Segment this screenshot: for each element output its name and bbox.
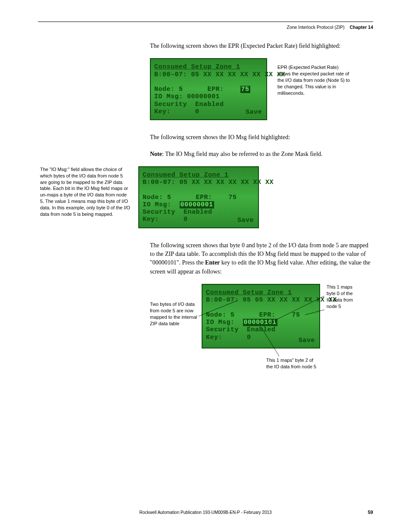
lcd-iomsg-value-highlighted: 00000001: [180, 201, 214, 208]
footer-publication: Rockwell Automation Publication 193-UM00…: [139, 510, 271, 515]
lcd-node-value: 5: [230, 311, 235, 319]
lcd-security-label: Security: [154, 101, 187, 108]
lcd-node-value: 5: [167, 194, 171, 201]
lcd-screen-2: Consumed Setup Zone 1 B:00-07: 05 XX XX …: [138, 166, 259, 228]
lcd-screen-1: Consumed Setup Zone 1 B:00-07: 05 XX XX …: [150, 58, 267, 120]
lcd-epr-label: EPR:: [196, 194, 212, 201]
lcd-save-label: Save: [299, 337, 315, 344]
figure-iomsg: The "IO Msg:" field allows the choice of…: [40, 166, 373, 228]
lcd-node-value: 5: [179, 86, 183, 93]
callout-epr: EPR (Expected Packet Rate) allows the ex…: [277, 64, 353, 96]
lcd-epr-value: 75: [292, 311, 300, 319]
note-label: Note: [150, 151, 162, 157]
figure-mapped: Two bytes of I/O data from node 5 are no…: [150, 284, 373, 396]
lcd-epr-label: EPR:: [208, 86, 224, 93]
lcd-key-value: 0: [195, 108, 199, 115]
lcd-title: Consumed Setup Zone 1: [154, 63, 263, 71]
lcd-security-value: Enabled: [184, 208, 212, 216]
p3-enter: Enter: [205, 259, 220, 266]
lcd-iomsg-label: IO Msg:: [143, 201, 171, 208]
lcd-key-value: 0: [247, 334, 251, 341]
lcd-byte-row: B:00-07: 05 XX XX XX XX XX XX XX: [154, 71, 263, 78]
lcd-key-value: 0: [184, 216, 188, 223]
lcd-iomsg-label: IO Msg:: [206, 319, 235, 326]
lcd-epr-value-highlighted: 75: [240, 86, 250, 93]
lcd-security-label: Security: [143, 208, 175, 216]
figure-epr: Consumed Setup Zone 1 B:00-07: 05 XX XX …: [150, 58, 373, 120]
paragraph-epr-intro: The following screen shows the EPR (Expe…: [150, 42, 373, 50]
lcd-title: Consumed Setup Zone 1: [206, 289, 316, 296]
lcd-node-label: Node:: [206, 311, 227, 319]
lcd-node-label: Node:: [143, 194, 163, 201]
lcd-security-value: Enabled: [195, 101, 224, 108]
lcd-epr-value: 75: [229, 194, 237, 201]
header-section: Zone Interlock Protocol (ZIP): [287, 25, 345, 30]
lcd-iomsg-label: IO Msg:: [154, 93, 183, 100]
lcd-save-label: Save: [246, 109, 262, 116]
lcd-key-label: Key:: [206, 334, 222, 341]
lcd-iomsg-value-highlighted: 00000101: [243, 319, 277, 326]
note-text: : The IO Msg field may also be referred …: [162, 151, 323, 157]
paragraph-mapping: The following screen shows that byte 0 a…: [150, 241, 373, 276]
lcd-title: Consumed Setup Zone 1: [143, 171, 255, 179]
callout-iomsg: The "IO Msg:" field allows the choice of…: [40, 166, 131, 218]
page-header: Zone Interlock Protocol (ZIP) Chapter 14: [38, 25, 373, 30]
lcd-byte-row: B:00-07: 05 05 XX XX XX XX XX XX: [206, 296, 316, 304]
header-chapter: Chapter 14: [350, 25, 373, 30]
lcd-security-label: Security: [206, 326, 239, 333]
lcd-epr-label: EPR:: [259, 311, 276, 319]
callout-byte2: This 1 maps" byte 2 of the IO data from …: [266, 357, 318, 370]
lcd-key-label: Key:: [143, 216, 159, 223]
lcd-byte-row: B:00-07: 05 XX XX XX XX XX XX XX: [143, 179, 255, 186]
lcd-security-value: Enabled: [247, 326, 276, 333]
paragraph-iomsg-intro: The following screen shows the IO Msg fi…: [150, 133, 373, 142]
paragraph-note: Note: The IO Msg field may also be refer…: [150, 150, 373, 159]
page-footer: Rockwell Automation Publication 193-UM00…: [0, 510, 411, 515]
lcd-key-label: Key:: [154, 108, 171, 115]
page-number: 59: [368, 510, 373, 515]
callout-byte0: This 1 maps byte 0 of the IO data from n…: [327, 284, 359, 309]
callout-mapped-left: Two bytes of I/O data from node 5 are no…: [150, 301, 199, 327]
lcd-screen-3: Consumed Setup Zone 1 B:00-07: 05 05 XX …: [202, 284, 320, 348]
lcd-node-label: Node:: [154, 86, 175, 93]
lcd-save-label: Save: [237, 217, 254, 224]
lcd-iomsg-value: 00000001: [187, 93, 220, 100]
